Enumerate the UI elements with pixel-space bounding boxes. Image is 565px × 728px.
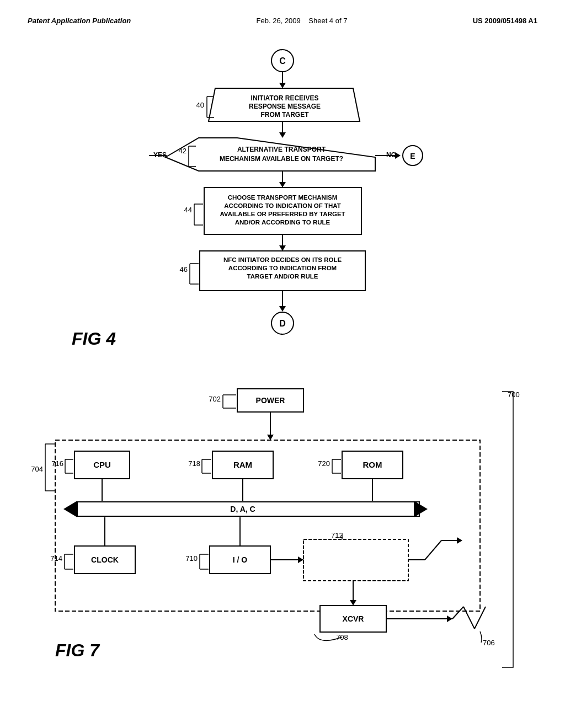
svg-marker-17 (279, 182, 286, 188)
page: Patent Application Publication Feb. 26, … (0, 0, 565, 728)
io-external-box (303, 539, 408, 581)
label-40: 40 (196, 101, 204, 109)
label-712: 712 (331, 531, 343, 539)
box40-line1: INITIATOR RECEIVES (251, 94, 319, 102)
svg-marker-53 (63, 501, 77, 517)
box42-line1: ALTERNATIVE TRANSPORT (237, 146, 326, 153)
svg-marker-55 (414, 501, 428, 517)
label-718: 718 (188, 459, 200, 468)
d-connector-label: D (279, 319, 286, 328)
rom-text: ROM (363, 460, 382, 469)
header-left: Patent Application Publication (28, 17, 131, 25)
svg-marker-80 (447, 615, 452, 622)
page-header: Patent Application Publication Feb. 26, … (0, 0, 565, 30)
box46-line2: ACCORDING TO INDICATION FROM (228, 265, 337, 271)
bus-label: D, A, C (230, 505, 255, 513)
fig7-label: FIG 7 (55, 640, 100, 660)
label-704: 704 (31, 465, 43, 473)
header-right: US 2009/051498 A1 (473, 17, 537, 25)
fig4-flowchart: C INITIATOR RECEIVES RESPONSE MESSAGE FR… (0, 33, 565, 408)
c-connector-label: C (279, 56, 286, 66)
box44-line2: ACCORDING TO INDICATION OF THAT (224, 202, 340, 209)
svg-marker-29 (279, 306, 286, 312)
svg-marker-70 (298, 556, 303, 563)
label-714: 714 (50, 554, 62, 563)
label-44: 44 (184, 206, 192, 214)
xcvr-text: XCVR (343, 614, 364, 623)
box44-line4: AND/OR ACCORDING TO RULE (235, 219, 331, 226)
cpu-text: CPU (93, 460, 111, 469)
power-text: POWER (256, 396, 285, 405)
fig4-label: FIG 4 (72, 329, 116, 349)
svg-marker-77 (350, 600, 356, 606)
e-connector-label: E (410, 152, 415, 160)
fig7-diagram: 700 POWER 702 704 CPU 716 RAM 718 (0, 381, 565, 684)
label-46: 46 (180, 265, 188, 274)
label-706: 706 (483, 639, 495, 647)
svg-marker-8 (279, 132, 286, 138)
label-720: 720 (318, 459, 330, 468)
label-716: 716 (51, 459, 63, 468)
label-710: 710 (185, 554, 198, 563)
box44-line1: CHOOSE TRANSPORT MECHANISM (228, 194, 338, 201)
box40-line2: RESPONSE MESSAGE (249, 103, 321, 110)
ram-text: RAM (233, 460, 252, 469)
svg-marker-37 (267, 435, 274, 440)
label-42: 42 (179, 147, 186, 155)
header-center: Feb. 26, 2009 Sheet 4 of 7 (257, 17, 348, 25)
clock-text: CLOCK (91, 555, 119, 564)
io-text: I / O (233, 555, 248, 564)
box40-line3: FROM TARGET (260, 111, 309, 119)
box44-line3: AVAILABLE OR PREFERRED BY TARGET (220, 211, 345, 217)
svg-line-82 (463, 607, 475, 629)
svg-marker-14 (395, 152, 401, 159)
svg-marker-2 (279, 83, 286, 88)
svg-line-73 (425, 540, 441, 560)
svg-marker-9 (166, 138, 375, 171)
label-702: 702 (209, 395, 221, 403)
svg-marker-75 (457, 537, 462, 544)
svg-marker-23 (279, 245, 286, 251)
box46-line3: TARGET AND/OR RULE (247, 273, 318, 280)
svg-line-81 (452, 607, 463, 619)
box46-line1: NFC INITIATOR DECIDES ON ITS ROLE (223, 256, 342, 263)
svg-line-83 (475, 607, 486, 629)
box42-line2: MECHANISM AVAILABLE ON TARGET? (220, 155, 343, 163)
